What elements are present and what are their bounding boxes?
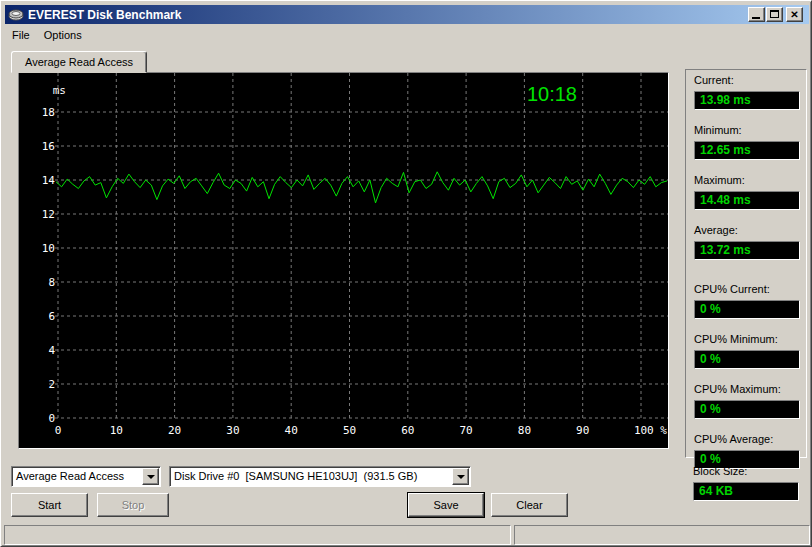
stat-value: 13.72 ms (694, 241, 800, 260)
minimize-icon (752, 17, 760, 19)
stat-label: CPU% Average: (694, 433, 806, 446)
minimize-button[interactable] (748, 7, 765, 22)
status-panel-left (4, 525, 511, 545)
stat-label: Minimum: (694, 124, 806, 137)
app-icon (8, 7, 24, 23)
stat-value: 0 % (694, 350, 800, 369)
y-tick-label: 4 (48, 344, 55, 357)
stat-label: CPU% Current: (694, 283, 806, 296)
block-size-group: Block Size: 64 KB (685, 465, 807, 501)
y-tick-label: 16 (42, 140, 55, 153)
y-tick-label: 2 (48, 378, 55, 391)
chevron-down-icon (457, 475, 465, 479)
tab-label: Average Read Access (25, 56, 133, 68)
close-button[interactable]: ✕ (786, 7, 803, 22)
x-tick-label: 50 (343, 424, 356, 437)
maximize-icon (770, 10, 779, 18)
stat-group: CPU% Current:0 % (694, 283, 806, 319)
y-tick-label: 18 (42, 106, 55, 119)
x-tick-label: 10 (110, 424, 123, 437)
stat-value: 13.98 ms (694, 91, 800, 110)
chart-time-label: 10:18 (527, 83, 577, 105)
everest-benchmark-window: EVEREST Disk Benchmark ✕ File Options Av… (0, 0, 812, 547)
stats-panel: Current:13.98 msMinimum:12.65 msMaximum:… (685, 69, 807, 458)
y-tick-label: 12 (42, 208, 55, 221)
stat-label: CPU% Minimum: (694, 333, 806, 346)
stat-group: Maximum:14.48 ms (694, 174, 806, 210)
drive-select[interactable]: Disk Drive #0 [SAMSUNG HE103UJ] (931.5 G… (169, 466, 471, 487)
x-tick-label: 100 % (634, 424, 667, 437)
benchmark-type-value: Average Read Access (16, 470, 124, 482)
stat-group: Minimum:12.65 ms (694, 124, 806, 160)
clear-button[interactable]: Clear (491, 493, 568, 517)
benchmark-type-dropdown-button[interactable] (142, 468, 159, 485)
chart-panel: ms1816141210864200102030405060708090100 … (18, 72, 669, 449)
menu-item-options[interactable]: Options (37, 27, 89, 43)
start-button[interactable]: Start (11, 493, 88, 517)
x-tick-label: 30 (226, 424, 239, 437)
benchmark-chart-svg: ms1816141210864200102030405060708090100 … (19, 73, 668, 448)
stat-value: 0 % (694, 300, 800, 319)
status-panel-right (514, 525, 810, 545)
drive-select-dropdown-button[interactable] (452, 468, 469, 485)
stop-button[interactable]: Stop (97, 493, 169, 517)
menu-bar: File Options (5, 25, 809, 44)
drive-select-value: Disk Drive #0 [SAMSUNG HE103UJ] (931.5 G… (174, 470, 417, 482)
stat-group: CPU% Minimum:0 % (694, 333, 806, 369)
chevron-down-icon (147, 475, 155, 479)
x-tick-label: 20 (168, 424, 181, 437)
x-tick-label: 80 (518, 424, 531, 437)
stat-value: 0 % (694, 400, 800, 419)
y-tick-label: 8 (48, 276, 55, 289)
close-icon: ✕ (790, 9, 798, 20)
title-bar[interactable]: EVEREST Disk Benchmark ✕ (5, 5, 809, 24)
stat-value: 12.65 ms (694, 141, 800, 160)
stat-group: Current:13.98 ms (694, 74, 806, 110)
tab-average-read-access[interactable]: Average Read Access (11, 51, 147, 73)
menu-item-file[interactable]: File (5, 27, 37, 43)
benchmark-type-select[interactable]: Average Read Access (11, 466, 161, 487)
series-line (56, 172, 667, 203)
y-tick-label: 14 (42, 174, 56, 187)
stat-label: Maximum: (694, 174, 806, 187)
y-tick-label: 10 (42, 242, 55, 255)
stat-label: CPU% Maximum: (694, 383, 806, 396)
x-tick-label: 70 (459, 424, 472, 437)
stat-group: CPU% Average:0 % (694, 433, 806, 469)
save-button[interactable]: Save (408, 493, 484, 517)
chart-unit-label: ms (53, 84, 66, 97)
stat-label: Average: (694, 224, 806, 237)
stat-group: CPU% Maximum:0 % (694, 383, 806, 419)
stat-value: 14.48 ms (694, 191, 800, 210)
y-tick-label: 6 (48, 310, 55, 323)
maximize-button[interactable] (766, 7, 783, 22)
stat-group: Average:13.72 ms (694, 224, 806, 260)
stat-label: Current: (694, 74, 806, 87)
x-tick-label: 60 (401, 424, 414, 437)
block-size-value: 64 KB (693, 482, 799, 501)
block-size-label: Block Size: (693, 465, 807, 478)
x-tick-label: 40 (285, 424, 298, 437)
x-tick-label: 0 (55, 424, 62, 437)
window-title: EVEREST Disk Benchmark (28, 8, 181, 22)
x-tick-label: 90 (576, 424, 589, 437)
